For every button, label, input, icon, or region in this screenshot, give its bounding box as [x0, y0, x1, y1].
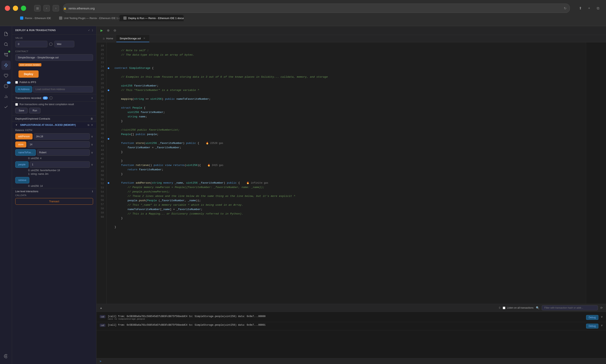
- sidebar-toggle-icon[interactable]: ⧉: [595, 5, 601, 12]
- search-console-icon[interactable]: 🔍: [536, 306, 539, 309]
- deployed-label: Deployed/Unpinned Contracts: [15, 117, 50, 120]
- log-text-2: [call] from: 0x5B38Da6a701c568545dCfcB03…: [108, 324, 584, 326]
- check-icon[interactable]: ✓: [88, 29, 90, 32]
- tab-remix[interactable]: Remix - Ethereum IDE: [16, 15, 55, 21]
- load-contract-input[interactable]: [33, 86, 93, 92]
- fn-store-expand[interactable]: ∨: [91, 143, 93, 146]
- gutter-empty: [107, 97, 110, 101]
- svg-point-12: [5, 356, 7, 357]
- code-line-57: // This is a Mapping... or Dictionary (c…: [114, 212, 583, 216]
- clear-console-icon[interactable]: ⟳: [600, 306, 603, 309]
- debug-btn-1[interactable]: Debug: [586, 315, 598, 320]
- log-expand-2[interactable]: ∨: [601, 324, 603, 327]
- tab-simplestorage[interactable]: SimpleStorage.sol ✕: [116, 35, 149, 42]
- fn-people-expand[interactable]: ∨: [91, 163, 93, 166]
- run-toolbar-icon[interactable]: ▶: [100, 28, 104, 33]
- fn-nametofav-button[interactable]: nameToFav...: [15, 149, 36, 156]
- new-tab-icon[interactable]: +: [586, 5, 592, 12]
- sidebar-icon-deploy[interactable]: [1, 61, 11, 70]
- fn-nametofav-input[interactable]: [37, 149, 90, 156]
- save-button[interactable]: Save: [15, 108, 28, 113]
- tab-remix-label: Remix - Ethereum IDE: [25, 17, 51, 20]
- gutter-empty: [107, 79, 110, 84]
- sidebar-icon-files[interactable]: [1, 29, 11, 39]
- trash-icon[interactable]: 🗑: [90, 117, 93, 120]
- remix-favicon: [20, 16, 23, 20]
- share-icon[interactable]: ⬆: [577, 5, 583, 12]
- svg-line-1: [7, 45, 8, 46]
- main-content: 17 DEPLOY & RUN TRANSACTIONS ✓ ⟩ VALUE W…: [0, 26, 606, 364]
- browser-chrome: ⊞ ‹ › 🔒 remix.ethereum.org ↻ ⬆ + ⧉ Remix…: [0, 0, 606, 26]
- close-button[interactable]: [5, 6, 10, 11]
- zoom-in-icon[interactable]: ⊕: [106, 28, 110, 33]
- code-content[interactable]: // Note to self : // The data-type strin…: [110, 42, 586, 304]
- listen-label: Listen on all transactions: [507, 306, 534, 309]
- debug-btn-2[interactable]: Debug: [586, 324, 598, 328]
- code-line-44: [114, 154, 583, 159]
- sidebar-icon-git[interactable]: [1, 50, 11, 59]
- close-contract-icon[interactable]: ✕: [91, 124, 93, 126]
- maximize-button[interactable]: [21, 6, 26, 11]
- forward-button[interactable]: ›: [53, 5, 59, 12]
- publish-ipfs-checkbox[interactable]: [15, 81, 18, 84]
- unit-select[interactable]: Wei Gwei Ether: [54, 41, 74, 47]
- code-line-40: [114, 137, 583, 141]
- sidebar-icon-search[interactable]: [1, 40, 11, 49]
- transact-button[interactable]: Transact: [15, 198, 93, 205]
- at-address-button[interactable]: At Address: [15, 86, 32, 92]
- tab-home[interactable]: ⌂ Home: [100, 35, 116, 42]
- fn-nametofav-expand[interactable]: ∨: [91, 151, 93, 154]
- code-line-42: favoriteNumber = _favoriteNumber;: [114, 145, 583, 150]
- run-button[interactable]: Run: [29, 108, 40, 113]
- tab-deploy-run-label: Deploy & Run — Remix - Ethereum IDE 1 do…: [128, 17, 184, 20]
- code-line-32: [114, 101, 583, 106]
- tab-unit-testing[interactable]: Unit Testing Plugin — Remix - Ethereum I…: [55, 15, 119, 21]
- contract-select[interactable]: SimpleStorage - SimpleStorage.sol: [15, 54, 93, 61]
- transactions-chevron[interactable]: ∨: [91, 96, 93, 99]
- console-toolbar: ▲ 0 Listen on all transactions 🔍 ⟳: [96, 304, 606, 312]
- fn-retrieve-button[interactable]: retrieve: [15, 177, 29, 183]
- console-up-icon[interactable]: ▲: [100, 306, 102, 309]
- refresh-icon[interactable]: ↻: [564, 6, 566, 10]
- fn-people-input[interactable]: [30, 161, 90, 168]
- tab-close-icon[interactable]: ✕: [142, 37, 146, 40]
- fn-store-button[interactable]: store: [15, 142, 26, 147]
- deploy-button[interactable]: Deploy: [18, 70, 39, 78]
- log-expand-1[interactable]: ∨: [601, 315, 603, 318]
- fn-store-input[interactable]: [28, 141, 90, 148]
- url-bar[interactable]: 🔒 remix.ethereum.org ↻: [63, 4, 570, 13]
- code-line-35: string name;: [114, 115, 583, 119]
- sidebar-icon-debug[interactable]: 17: [1, 81, 11, 91]
- fn-addperson-button[interactable]: addPerson: [15, 133, 33, 140]
- contract-actions: ⧉ ✕: [88, 124, 93, 126]
- back-button[interactable]: ‹: [43, 5, 50, 12]
- copy-icon[interactable]: ⧉: [88, 124, 89, 126]
- gutter-empty: [107, 48, 110, 53]
- tab-switcher-button[interactable]: ⊞: [34, 5, 41, 12]
- expand-icon[interactable]: ⟩: [92, 29, 93, 32]
- fn-row-store: store ∨: [12, 141, 96, 148]
- fn-people-button[interactable]: people: [15, 161, 28, 168]
- sidebar-icon-check[interactable]: [1, 102, 11, 112]
- sidebar-icon-settings[interactable]: [1, 351, 11, 361]
- contract-collapse-icon[interactable]: ▼: [15, 124, 18, 126]
- fn-addperson-input[interactable]: [34, 133, 90, 140]
- fn-addperson-expand[interactable]: ∨: [91, 135, 93, 138]
- svg-point-3: [4, 53, 5, 54]
- low-level-label: Low level interactions: [15, 190, 38, 193]
- deploy-panel-header: DEPLOY & RUN TRANSACTIONS ✓ ⟩: [12, 26, 96, 35]
- info-icon[interactable]: i: [49, 96, 53, 100]
- zoom-out-icon[interactable]: ⊖: [113, 28, 117, 33]
- code-line-43: }: [114, 150, 583, 154]
- filter-input[interactable]: [542, 305, 598, 311]
- listen-checkbox[interactable]: [503, 307, 505, 309]
- sidebar-icon-chart[interactable]: [1, 92, 11, 101]
- value-input[interactable]: [15, 41, 47, 47]
- tab-deploy-run[interactable]: Deploy & Run — Remix - Ethereum IDE 1 do…: [119, 15, 184, 21]
- minimize-button[interactable]: [13, 6, 18, 11]
- sidebar-icon-plugin[interactable]: [1, 71, 11, 80]
- low-level-info-icon[interactable]: ℹ: [92, 190, 93, 193]
- gutter-dot-29: [107, 88, 110, 92]
- run-latest-checkbox[interactable]: [15, 103, 18, 106]
- contract-name: SIMPLESTORAGE AT 0XA3A...5CE5D (MEMORY): [20, 124, 86, 126]
